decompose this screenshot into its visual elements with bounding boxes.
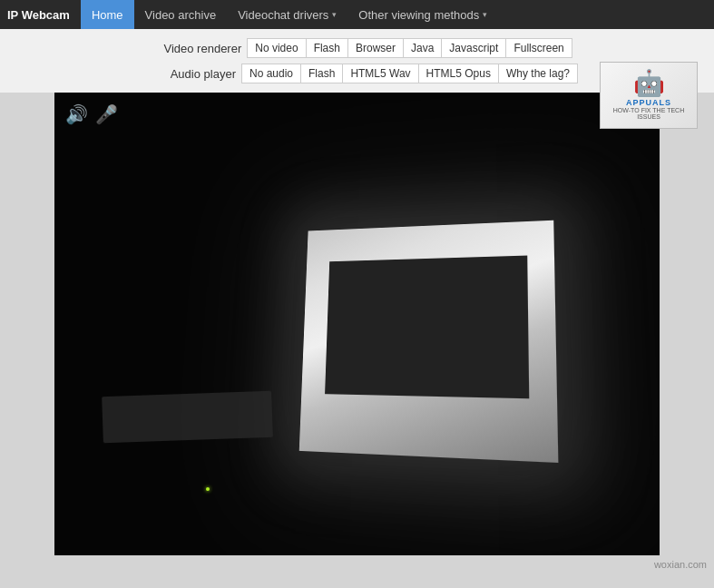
video-container: 🔊 🎤 [54, 93, 660, 555]
dark-object [103, 390, 273, 442]
volume-icon[interactable]: 🔊 [65, 103, 88, 125]
why-lag-button[interactable]: Why the lag? [498, 64, 578, 83]
video-renderer-row: Video renderer No video Flash Browser Ja… [142, 38, 572, 58]
nav-item-video-archive[interactable]: Video archive [134, 0, 228, 29]
appuals-watermark: 🤖 APPUALS HOW-TO FIX THE TECH ISSUES [600, 62, 698, 129]
html5-opus-button[interactable]: HTML5 Opus [418, 64, 498, 83]
no-audio-button[interactable]: No audio [241, 64, 300, 83]
java-video-button[interactable]: Java [403, 38, 441, 58]
appuals-sub-text: HOW-TO FIX THE TECH ISSUES [601, 107, 697, 120]
nav-item-videochat[interactable]: Videochat drivers ▾ [227, 0, 347, 29]
webcam-scene [54, 93, 660, 555]
nav-item-other-methods[interactable]: Other viewing methods ▾ [347, 0, 498, 29]
video-renderer-label: Video renderer [142, 42, 241, 55]
navbar: IP Webcam Home Video archive Videochat d… [0, 0, 714, 29]
robot-icon: 🤖 [633, 71, 665, 96]
video-renderer-buttons: No video Flash Browser Java Javascript F… [247, 38, 572, 58]
no-video-button[interactable]: No video [247, 38, 305, 58]
main-content: Video renderer No video Flash Browser Ja… [0, 29, 714, 573]
fullscreen-video-button[interactable]: Fullscreen [505, 38, 572, 58]
flash-video-button[interactable]: Flash [306, 38, 347, 58]
laptop-inner-screen [325, 256, 529, 399]
mic-icon[interactable]: 🎤 [95, 103, 118, 125]
green-indicator-dot [206, 487, 210, 491]
audio-player-buttons: No audio Flash HTML5 Wav HTML5 Opus Why … [241, 64, 578, 83]
laptop-screen [299, 220, 559, 463]
video-overlay-icons: 🔊 🎤 [65, 103, 118, 125]
chevron-down-icon: ▾ [332, 10, 337, 19]
javascript-video-button[interactable]: Javascript [441, 38, 505, 58]
chevron-down-icon: ▾ [483, 10, 487, 19]
brand-label: IP Webcam [7, 8, 70, 22]
footer: woxian.com [0, 555, 714, 573]
audio-player-row: Audio player No audio Flash HTML5 Wav HT… [136, 64, 578, 83]
flash-audio-button[interactable]: Flash [300, 64, 342, 83]
audio-player-label: Audio player [136, 67, 236, 81]
html5-wav-button[interactable]: HTML5 Wav [342, 64, 417, 83]
nav-item-home[interactable]: Home [81, 0, 134, 29]
footer-text: woxian.com [654, 559, 707, 570]
appuals-brand-text: APPUALS [626, 98, 671, 108]
browser-video-button[interactable]: Browser [347, 38, 403, 58]
